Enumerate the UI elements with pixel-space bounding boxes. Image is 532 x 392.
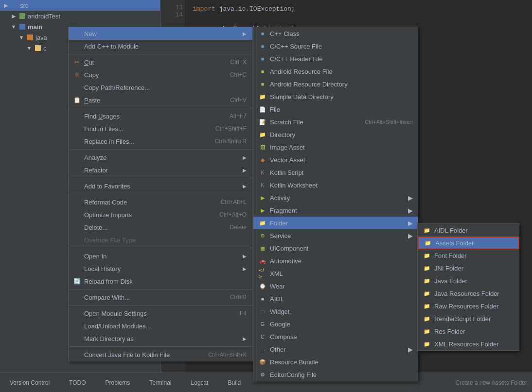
context-menu-item-optimize[interactable]: Optimize Imports Ctrl+Alt+O [69,208,252,221]
submenu-folder-javaresources[interactable]: 📁 Java Resources Folder [418,287,519,300]
context-menu-label-modulesettings: Open Module Settings [84,310,147,317]
context-menu-item-new[interactable]: New ▶ [69,27,252,40]
submenu-new-label-compose: Compose [270,333,297,341]
context-menu-item-override[interactable]: Override File Type [69,234,252,246]
status-logcat[interactable]: Logcat [186,378,213,387]
submenu-new-cppclass[interactable]: ■ C++ Class [253,27,418,40]
context-menu-item-openin[interactable]: Open In ▶ [69,250,252,262]
submenu-new-kotlinscript[interactable]: K Kotlin Script [253,166,418,179]
submenu-new-vectorasset[interactable]: ◆ Vector Asset [253,153,418,166]
submenu-new-androidresfile[interactable]: ■ Android Resource File [253,65,418,78]
context-menu-item-delete[interactable]: Delete... Delete [69,221,252,234]
javaresources-folder-icon: 📁 [423,290,431,297]
sidebar-label-java: java [35,34,47,41]
submenu-new-file[interactable]: 📄 File [253,103,418,116]
submenu-folder-renderscript[interactable]: 📁 RenderScript Folder [418,312,519,325]
submenu-folder-jni[interactable]: 📁 JNI Folder [418,262,519,274]
context-menu-item-loadmodules[interactable]: Load/Unload Modules... [69,320,252,332]
context-menu-item-convertkotlin[interactable]: Convert Java File to Kotlin File Ctrl+Al… [69,348,252,361]
submenu-new-cppsource[interactable]: ■ C/C++ Source File [253,40,418,52]
assets-folder-icon: 📁 [424,239,432,247]
directory-icon: 📁 [258,131,267,138]
sidebar-item-src[interactable]: ▶ src [0,0,160,11]
submenu-new-sampledatadir[interactable]: 📁 Sample Data Directory [253,90,418,103]
context-menu-item-replace[interactable]: Replace in Files... Ctrl+Shift+R [69,135,252,148]
submenu-new-uicomponent[interactable]: ▦ UiComponent [253,242,418,255]
sidebar-item-androidtest[interactable]: ▶ androidTest [0,11,160,21]
refactor-arrow: ▶ [243,168,247,173]
submenu-new-scratchfile[interactable]: 📝 Scratch File Ctrl+Alt+Shift+Insert [253,116,418,128]
context-menu-label-cut: Cut [84,59,94,66]
context-menu-item-copypath[interactable]: Copy Path/Reference... [69,81,252,94]
context-menu-label-openin: Open In [84,253,106,260]
context-menu-label-localhistory: Local History [84,265,121,273]
context-menu-item-findinfiles[interactable]: Find in Files... Ctrl+Shift+F [69,122,252,135]
submenu-folder-aidl[interactable]: 📁 AIDL Folder [418,224,519,237]
submenu-new-label-vectorasset: Vector Asset [270,156,305,164]
separator-6 [69,248,252,248]
context-menu-item-cut[interactable]: ✂ Cut Ctrl+X [69,56,252,68]
context-menu-item-paste[interactable]: 📋 Paste Ctrl+V [69,94,252,106]
submenu-new-cppheader[interactable]: ■ C/C++ Header File [253,52,418,65]
submenu-new-label-sampledatadir: Sample Data Directory [270,93,334,101]
submenu-new-other[interactable]: … Other ▶ [253,343,418,356]
scratchfile-icon: 📝 [258,118,267,126]
submenu-folder-font[interactable]: 📁 Font Folder [418,249,519,262]
submenu-new-label-imageasset: Image Asset [270,144,305,151]
submenu-folder-assets[interactable]: 📁 Assets Folder [418,237,519,249]
submenu-new-imageasset[interactable]: 🖼 Image Asset [253,141,418,153]
aidl-folder-icon: 📁 [423,226,431,234]
submenu-folder-rawresources[interactable]: 📁 Raw Resources Folder [418,300,519,312]
context-menu-item-markdir[interactable]: Mark Directory as ▶ [69,332,252,345]
submenu-new-activity[interactable]: ▶ Activity ▶ [253,191,418,204]
submenu-new-aidl[interactable]: ■ AIDL [253,292,418,305]
submenu-new-google[interactable]: G Google [253,318,418,330]
markdir-arrow: ▶ [243,336,247,341]
context-menu-item-modulesettings[interactable]: Open Module Settings F4 [69,307,252,320]
context-menu-item-localhistory[interactable]: Local History ▶ [69,262,252,275]
context-menu-item-compare[interactable]: Compare With... Ctrl+D [69,291,252,304]
context-menu-label-copypath: Copy Path/Reference... [84,84,150,91]
status-version-control[interactable]: Version Control [5,378,54,387]
context-menu-item-refactor[interactable]: Refactor ▶ [69,164,252,176]
submenu-folder: 📁 AIDL Folder 📁 Assets Folder 📁 Font Fol… [417,223,519,351]
expand-icon: ▼ [18,34,25,41]
submenu-folder-xmlresources[interactable]: 📁 XML Resources Folder [418,338,519,350]
submenu-new-editorconfig[interactable]: ⚙ EditorConfig File [253,368,418,381]
submenu-new-folder[interactable]: 📁 Folder ▶ [253,217,418,229]
submenu-new-wear[interactable]: ⌚ Wear [253,280,418,292]
context-menu-label-optimize: Optimize Imports [84,211,132,219]
aidl-icon: ■ [258,295,267,303]
submenu-new-label-uicomponent: UiComponent [270,245,309,252]
context-menu-item-copy[interactable]: ⎘ Copy Ctrl+C [69,68,252,81]
submenu-new-resourcebundle[interactable]: 📦 Resource Bundle [253,356,418,368]
context-menu-item-addcpp[interactable]: Add C++ to Module [69,40,252,52]
submenu-new-automotive[interactable]: 🚗 Automotive [253,255,418,267]
context-menu-item-reload[interactable]: 🔄 Reload from Disk [69,275,252,288]
submenu-new-label-kotlinworksheet: Kotlin Worksheet [270,182,318,189]
context-menu-item-findusages[interactable]: Find Usages Alt+F7 [69,110,252,122]
renderscript-folder-icon: 📁 [423,315,431,323]
status-build[interactable]: Build [223,378,246,387]
submenu-new-kotlinworksheet[interactable]: K Kotlin Worksheet [253,179,418,191]
submenu-new-androidresdir[interactable]: ■ Android Resource Directory [253,78,418,90]
status-terminal[interactable]: Terminal [144,378,176,387]
submenu-new-widget[interactable]: □ Widget [253,305,418,318]
submenu-new-fragment[interactable]: ▶ Fragment ▶ [253,204,418,217]
status-problems[interactable]: Problems [101,378,135,387]
context-menu-item-reformat[interactable]: Reformat Code Ctrl+Alt+L [69,196,252,208]
expand-icon: ▶ [2,1,10,9]
cut-shortcut: Ctrl+X [230,59,247,66]
context-menu-item-favorites[interactable]: Add to Favorites ▶ [69,180,252,192]
submenu-new-compose[interactable]: C Compose [253,330,418,343]
submenu-new-service[interactable]: ⚙ Service ▶ [253,229,418,242]
submenu-folder-res[interactable]: 📁 Res Folder [418,325,519,338]
context-menu-item-analyze[interactable]: Analyze ▶ [69,151,252,164]
submenu-folder-java[interactable]: 📁 Java Folder [418,274,519,287]
submenu-new-xml[interactable]: ≺/≻ XML [253,267,418,280]
context-menu-label-convertkotlin: Convert Java File to Kotlin File [84,351,170,358]
submenu-new-label-kotlinscript: Kotlin Script [270,169,303,176]
submenu-new-label-androidresdir: Android Resource Directory [270,81,348,88]
status-todo[interactable]: TODO [64,378,90,387]
submenu-new-directory[interactable]: 📁 Directory [253,128,418,141]
